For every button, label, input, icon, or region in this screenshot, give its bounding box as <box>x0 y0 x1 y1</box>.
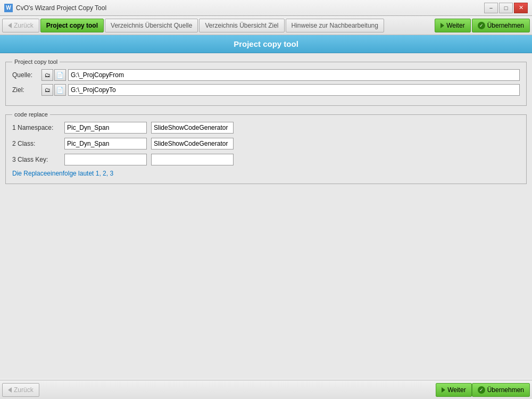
weiter-button-top[interactable]: Weiter <box>435 19 470 32</box>
class-key-label: 3 Class Key: <box>12 156 60 163</box>
namespace-label: 1 Namespace: <box>12 124 60 131</box>
source-path-input[interactable] <box>68 69 520 81</box>
class-key-to-input[interactable] <box>151 154 234 165</box>
target-path-input[interactable] <box>68 84 520 96</box>
weiter-button-bottom[interactable]: Weiter <box>436 383 471 397</box>
bottom-bar: Zurück Weiter ✓ Übernehmen <box>0 380 532 399</box>
namespace-to-input[interactable] <box>151 122 234 134</box>
source-row: Quelle: 🗂 📄 <box>12 69 520 81</box>
class-from-input[interactable] <box>64 138 147 149</box>
target-icons: 🗂 📄 <box>41 84 66 96</box>
target-label: Ziel: <box>12 86 41 94</box>
project-copy-tool-legend: Project copy tool <box>12 59 60 65</box>
target-browse-icon-btn[interactable]: 📄 <box>54 84 66 96</box>
code-replace-group: code replace 1 Namespace: 2 Class: 3 Cla… <box>5 111 527 184</box>
target-folder-icon-btn[interactable]: 🗂 <box>41 84 53 96</box>
check-icon: ✓ <box>478 22 485 29</box>
tab-project-copy-tool[interactable]: Project copy tool <box>40 19 104 32</box>
arrow-right-icon <box>440 23 444 28</box>
tab-hinweise[interactable]: Hinweise zur Nachbearbeitung <box>286 19 384 32</box>
project-copy-tool-group: Project copy tool Quelle: 🗂 📄 Ziel: 🗂 📄 <box>5 59 527 106</box>
main-content: Project copy tool Quelle: 🗂 📄 Ziel: 🗂 📄 … <box>0 53 532 379</box>
title-bar: W CvO's Wizard Project Copy Tool − □ ✕ <box>0 0 532 16</box>
page-header: Project copy tool <box>0 35 532 53</box>
class-to-input[interactable] <box>151 138 234 149</box>
target-row: Ziel: 🗂 📄 <box>12 84 520 96</box>
app-icon: W <box>4 4 13 12</box>
code-replace-legend: code replace <box>12 111 50 118</box>
minimize-button[interactable]: − <box>484 3 498 13</box>
title-bar-left: W CvO's Wizard Project Copy Tool <box>4 4 106 12</box>
class-key-row: 3 Class Key: <box>12 154 520 165</box>
class-row: 2 Class: <box>12 138 520 149</box>
window-title: CvO's Wizard Project Copy Tool <box>16 4 106 12</box>
arrow-left-bottom-icon <box>8 387 12 393</box>
arrow-right-bottom-icon <box>442 387 445 393</box>
source-browse-icon-btn[interactable]: 📄 <box>54 69 66 81</box>
source-label: Quelle: <box>12 71 41 79</box>
namespace-row: 1 Namespace: <box>12 122 520 134</box>
class-key-from-input[interactable] <box>64 154 147 165</box>
window-controls: − □ ✕ <box>484 3 528 13</box>
class-label: 2 Class: <box>12 140 60 147</box>
tab-verzeichnis-quelle[interactable]: Verzeichnis Übersicht Quelle <box>105 19 198 32</box>
tab-verzeichnis-ziel[interactable]: Verzeichnis Übersicht Ziel <box>199 19 284 32</box>
back-button-bottom[interactable]: Zurück <box>2 383 39 397</box>
ubernehmen-button-bottom[interactable]: ✓ Übernehmen <box>472 383 530 397</box>
restore-button[interactable]: □ <box>499 3 513 13</box>
source-icons: 🗂 📄 <box>41 69 66 81</box>
source-folder-icon-btn[interactable]: 🗂 <box>41 69 53 81</box>
close-button[interactable]: ✕ <box>514 3 528 13</box>
ubernehmen-button-top[interactable]: ✓ Übernehmen <box>472 19 530 32</box>
replace-info: Die Replaceeinenfolge lautet 1, 2, 3 <box>12 170 520 177</box>
arrow-left-icon <box>8 23 12 28</box>
namespace-from-input[interactable] <box>64 122 147 134</box>
check-icon-bottom: ✓ <box>478 386 485 394</box>
toolbar: Zurück Project copy tool Verzeichnis Übe… <box>0 16 532 35</box>
back-button-top[interactable]: Zurück <box>2 19 39 32</box>
